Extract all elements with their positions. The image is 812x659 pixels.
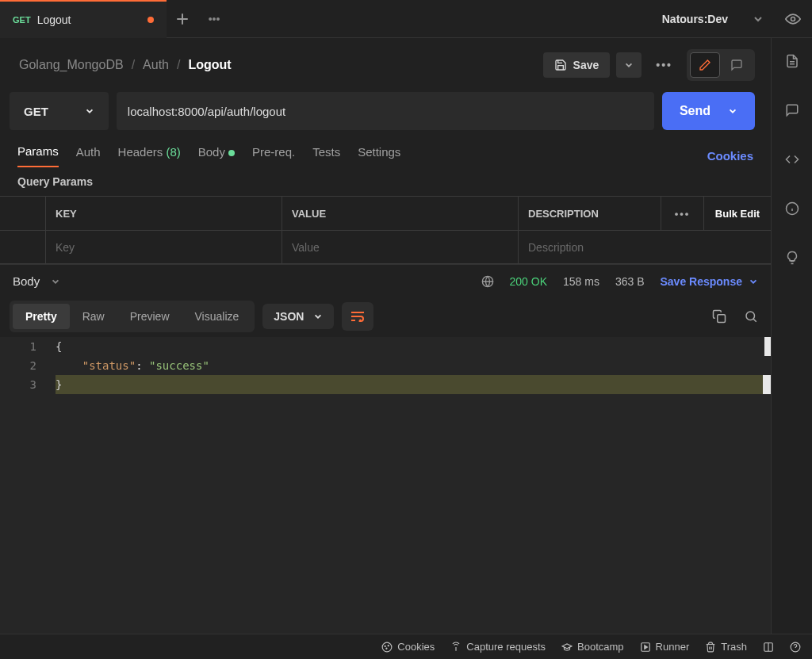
view-tab-visualize[interactable]: Visualize <box>182 304 252 329</box>
tab-method: GET <box>13 15 31 25</box>
svg-point-12 <box>386 648 387 649</box>
breadcrumb-sep: / <box>132 58 135 72</box>
edit-mode-build[interactable] <box>690 52 720 78</box>
chevron-down-icon <box>313 312 323 321</box>
more-actions-button[interactable]: ••• <box>648 59 680 71</box>
svg-point-3 <box>746 312 755 320</box>
response-view-row: Pretty Raw Preview Visualize JSON <box>0 297 771 337</box>
send-button[interactable]: Send <box>662 92 755 130</box>
svg-rect-2 <box>718 315 726 323</box>
svg-point-11 <box>389 645 389 646</box>
wrap-lines-button[interactable] <box>342 302 373 331</box>
pencil-icon <box>699 59 711 71</box>
chevron-down-icon <box>749 277 758 286</box>
breadcrumb-sep: / <box>177 58 180 72</box>
view-tab-preview[interactable]: Preview <box>117 304 182 329</box>
unsaved-dot-icon <box>147 17 154 23</box>
sb-runner[interactable]: Runner <box>640 641 690 653</box>
view-tab-raw[interactable]: Raw <box>70 304 117 329</box>
tab-tests[interactable]: Tests <box>312 145 340 167</box>
col-header-description: DESCRIPTION <box>519 197 661 230</box>
sb-capture[interactable]: Capture requests <box>450 641 546 653</box>
send-label: Send <box>680 104 710 118</box>
method-selector[interactable]: GET <box>10 92 109 130</box>
chevron-down-icon <box>728 106 737 116</box>
environment-chevron-icon[interactable] <box>742 3 774 35</box>
status-bar: Cookies Capture requests Bootcamp Runner… <box>0 634 812 659</box>
copy-response-button[interactable] <box>712 309 726 324</box>
request-tabs: Params Auth Headers (8) Body Pre-req. Te… <box>0 130 771 167</box>
tab-headers[interactable]: Headers (8) <box>118 145 181 167</box>
cookie-icon <box>381 642 393 653</box>
tab-prereq[interactable]: Pre-req. <box>252 145 295 167</box>
breadcrumb-row: Golang_MongoDB / Auth / Logout Save ••• <box>0 38 771 92</box>
graduation-icon <box>561 642 573 653</box>
globe-icon[interactable] <box>481 275 494 288</box>
save-response-button[interactable]: Save Response <box>661 275 759 288</box>
tab-options-button[interactable]: ••• <box>198 3 230 35</box>
new-tab-button[interactable] <box>167 3 198 35</box>
response-lang-selector[interactable]: JSON <box>262 304 334 329</box>
play-icon <box>640 642 651 653</box>
tab-body[interactable]: Body <box>198 145 235 167</box>
response-view-tabs: Pretty Raw Preview Visualize <box>10 301 255 332</box>
breadcrumb-item-active: Logout <box>188 58 231 72</box>
save-dropdown-button[interactable] <box>616 52 642 78</box>
tab-params[interactable]: Params <box>17 144 59 167</box>
svg-point-0 <box>791 17 795 21</box>
layout-icon <box>763 642 774 653</box>
sb-trash[interactable]: Trash <box>705 641 747 653</box>
param-desc-input[interactable] <box>528 241 652 254</box>
environment-selector[interactable]: Natours:Dev <box>648 13 742 25</box>
table-row <box>0 230 771 263</box>
tab-auth[interactable]: Auth <box>76 145 101 167</box>
info-icon[interactable] <box>783 200 801 217</box>
chevron-down-icon[interactable] <box>51 277 60 286</box>
body-indicator-icon <box>228 150 235 156</box>
response-body-label[interactable]: Body <box>13 274 40 288</box>
save-label: Save <box>573 59 599 71</box>
sb-help-button[interactable] <box>790 642 801 653</box>
table-header-row: KEY VALUE DESCRIPTION ••• Bulk Edit <box>0 197 771 230</box>
request-tab[interactable]: GET Logout <box>0 0 167 38</box>
bulk-edit-button[interactable]: Bulk Edit <box>704 208 771 220</box>
sb-bootcamp[interactable]: Bootcamp <box>561 641 624 653</box>
top-tab-bar: GET Logout ••• Natours:Dev <box>0 0 812 38</box>
antenna-icon <box>450 642 462 653</box>
comments-icon[interactable] <box>783 102 801 119</box>
query-params-table: KEY VALUE DESCRIPTION ••• Bulk Edit <box>0 196 771 264</box>
column-options-button[interactable]: ••• <box>661 197 704 230</box>
svg-point-10 <box>385 646 385 646</box>
comment-icon <box>730 59 743 71</box>
param-key-input[interactable] <box>56 241 272 254</box>
environment-name: Natours:Dev <box>662 13 728 25</box>
param-value-input[interactable] <box>292 241 508 254</box>
tab-title: Logout <box>37 13 71 26</box>
sb-layout-button[interactable] <box>763 642 774 653</box>
breadcrumb-item[interactable]: Golang_MongoDB <box>19 58 124 72</box>
view-tab-pretty[interactable]: Pretty <box>13 304 70 329</box>
col-header-value: VALUE <box>282 197 519 230</box>
trash-icon <box>705 642 716 653</box>
edit-mode-comment[interactable] <box>722 52 752 78</box>
method-label: GET <box>24 105 48 118</box>
environment-preview-button[interactable] <box>774 11 812 27</box>
breadcrumb-item[interactable]: Auth <box>143 58 169 72</box>
query-params-heading: Query Params <box>0 167 771 196</box>
save-icon <box>554 59 567 71</box>
response-body-code[interactable]: 1 { 2 "status": "success" 3 } <box>0 337 771 634</box>
sb-cookies[interactable]: Cookies <box>381 641 435 653</box>
save-button[interactable]: Save <box>543 52 611 78</box>
svg-marker-14 <box>644 645 647 649</box>
response-status: 200 OK <box>510 275 547 288</box>
request-url-row: GET Send <box>0 92 771 130</box>
search-response-button[interactable] <box>744 309 758 324</box>
code-icon[interactable] <box>783 151 801 168</box>
url-input[interactable] <box>117 92 654 130</box>
cookies-link[interactable]: Cookies <box>707 149 753 163</box>
help-icon <box>790 642 801 653</box>
tab-settings[interactable]: Settings <box>358 145 400 167</box>
documentation-icon[interactable] <box>783 52 801 70</box>
response-time: 158 ms <box>563 275 599 288</box>
lightbulb-icon[interactable] <box>783 249 801 266</box>
